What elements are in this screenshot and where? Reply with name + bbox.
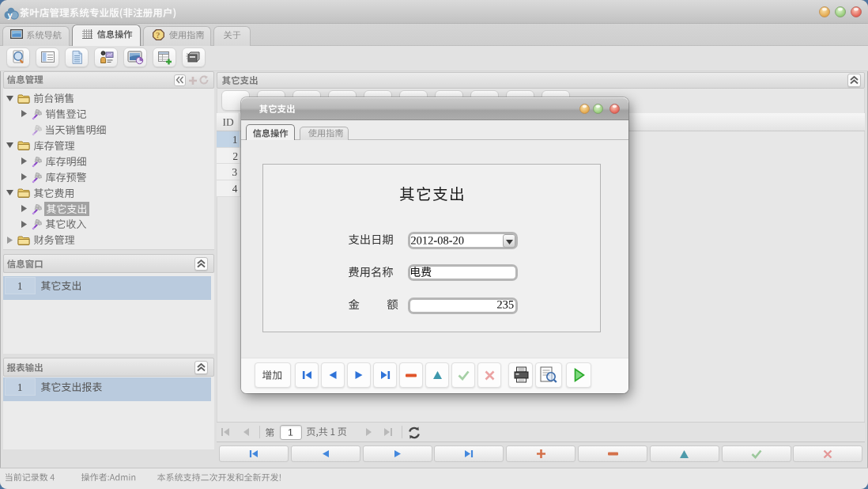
svg-text:?: ? [156, 30, 160, 40]
svg-text:y: y [8, 10, 13, 20]
